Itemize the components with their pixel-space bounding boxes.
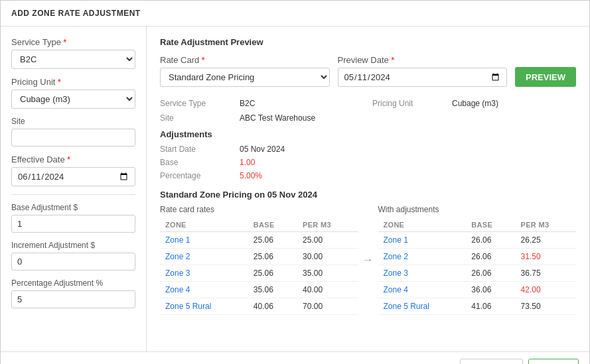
- modal-footer: CANCEL SAVE: [1, 351, 589, 364]
- percentage-adjustment-input[interactable]: [11, 290, 135, 308]
- right-table-row: Zone 4 36.06 42.00: [378, 282, 577, 298]
- start-date-adj-label: Start Date: [160, 143, 240, 155]
- pricing-unit-info-label: Pricing Unit: [372, 97, 452, 109]
- effective-date-input[interactable]: [11, 167, 135, 186]
- right-col-base: BASE: [466, 218, 515, 232]
- right-base-cell: 26.06: [466, 232, 515, 249]
- left-table-row: Zone 4 35.06 40.00: [160, 282, 358, 298]
- preview-date-label: Preview Date *: [338, 55, 508, 65]
- right-rates-table: ZONE BASE PER M3 Zone 1 26.06 26.25 Zone…: [378, 218, 577, 315]
- adjustments-grid: Start Date 05 Nov 2024 Base 1.00 Percent…: [160, 143, 576, 182]
- left-table-row: Zone 3 25.06 35.00: [160, 265, 358, 282]
- site-input[interactable]: [11, 129, 135, 147]
- info-grid: Service Type B2C Pricing Unit Cubage (m3…: [160, 97, 576, 124]
- rate-card-field: Rate Card * Standard Zone Pricing: [160, 55, 330, 87]
- pricing-unit-select[interactable]: Cubage (m3): [11, 90, 135, 109]
- right-col-per-m3: PER M3: [516, 218, 576, 232]
- left-table-subtitle: Rate card rates: [160, 205, 358, 214]
- increment-adjustment-group: Increment Adjustment $: [11, 241, 135, 271]
- right-base-cell: 26.06: [466, 265, 515, 282]
- right-per-m3-cell: 42.00: [516, 282, 576, 298]
- left-zone-cell: Zone 4: [160, 282, 248, 298]
- site-info-label: Site: [160, 112, 240, 124]
- pricing-unit-info-value: Cubage (m3): [452, 97, 552, 109]
- site-group: Site: [11, 117, 135, 147]
- cancel-button[interactable]: CANCEL: [460, 359, 523, 364]
- right-zone-table: With adjustments ZONE BASE PER M3 Zone 1…: [378, 205, 577, 315]
- zone-pricing-title: Standard Zone Pricing on 05 Nov 2024: [160, 190, 576, 200]
- service-type-label: Service Type *: [11, 37, 135, 47]
- pricing-unit-label: Pricing Unit *: [11, 77, 135, 87]
- right-per-m3-cell: 31.50: [516, 249, 576, 265]
- percentage-adj-label: Percentage: [160, 170, 240, 182]
- left-table-row: Zone 1 25.06 25.00: [160, 232, 358, 249]
- rate-card-label: Rate Card *: [160, 55, 330, 65]
- rate-adjustment-preview-title: Rate Adjustment Preview: [160, 37, 576, 47]
- start-date-adj-value: 05 Nov 2024: [240, 143, 372, 155]
- base-adj-label: Base: [160, 156, 240, 168]
- save-button[interactable]: SAVE: [528, 359, 579, 364]
- right-base-cell: 36.06: [466, 282, 515, 298]
- left-base-cell: 40.06: [248, 298, 297, 315]
- left-rates-table: ZONE BASE PER M3 Zone 1 25.06 25.00 Zone…: [160, 218, 358, 315]
- left-base-cell: 25.06: [248, 232, 297, 249]
- modal-container: ADD ZONE RATE ADJUSTMENT Service Type * …: [0, 0, 590, 364]
- right-zone-cell: Zone 4: [378, 282, 467, 298]
- right-panel: Rate Adjustment Preview Rate Card * Stan…: [147, 27, 589, 351]
- right-table-row: Zone 1 26.06 26.25: [378, 232, 577, 249]
- left-col-per-m3: PER M3: [297, 218, 358, 232]
- left-per-m3-cell: 25.00: [297, 232, 358, 249]
- left-base-cell: 25.06: [248, 249, 297, 265]
- left-zone-cell: Zone 2: [160, 249, 248, 265]
- site-info-value: ABC Test Warehouse: [240, 112, 372, 124]
- adjustments-section: Adjustments Start Date 05 Nov 2024 Base …: [160, 129, 576, 182]
- base-adjustment-input[interactable]: [11, 215, 135, 233]
- right-base-cell: 26.06: [466, 249, 515, 265]
- right-table-row: Zone 5 Rural 41.06 73.50: [378, 298, 577, 315]
- right-zone-cell: Zone 1: [378, 232, 467, 249]
- left-zone-table: Rate card rates ZONE BASE PER M3 Zone 1 …: [160, 205, 358, 315]
- modal-body: Service Type * B2C Pricing Unit * Cubage…: [1, 27, 589, 351]
- percentage-adjustment-group: Percentage Adjustment %: [11, 278, 135, 308]
- rate-card-select[interactable]: Standard Zone Pricing: [160, 68, 330, 87]
- left-per-m3-cell: 30.00: [297, 249, 358, 265]
- base-adjustment-group: Base Adjustment $: [11, 203, 135, 233]
- right-table-row: Zone 2 26.06 31.50: [378, 249, 577, 265]
- left-zone-cell: Zone 3: [160, 265, 248, 282]
- left-base-cell: 35.06: [248, 282, 297, 298]
- left-per-m3-cell: 40.00: [297, 282, 358, 298]
- right-zone-cell: Zone 5 Rural: [378, 298, 467, 315]
- preview-button[interactable]: PREVIEW: [515, 67, 576, 87]
- left-col-base: BASE: [248, 218, 297, 232]
- service-type-select[interactable]: B2C: [11, 50, 135, 69]
- left-zone-cell: Zone 5 Rural: [160, 298, 248, 315]
- arrow-icon: →: [358, 254, 378, 266]
- right-per-m3-cell: 26.25: [516, 232, 576, 249]
- site-label: Site: [11, 117, 135, 126]
- preview-date-input[interactable]: [338, 68, 508, 87]
- increment-adjustment-input[interactable]: [11, 253, 135, 271]
- effective-date-group: Effective Date *: [11, 154, 135, 186]
- divider: [11, 194, 135, 195]
- effective-date-label: Effective Date *: [11, 154, 135, 164]
- percentage-adj-value: 5.00%: [240, 170, 372, 182]
- right-base-cell: 41.06: [466, 298, 515, 315]
- percentage-adjustment-label: Percentage Adjustment %: [11, 278, 135, 288]
- tables-wrapper: Rate card rates ZONE BASE PER M3 Zone 1 …: [160, 205, 576, 315]
- service-type-info-label: Service Type: [160, 97, 240, 109]
- left-table-row: Zone 2 25.06 30.00: [160, 249, 358, 265]
- left-base-cell: 25.06: [248, 265, 297, 282]
- left-per-m3-cell: 70.00: [297, 298, 358, 315]
- left-zone-cell: Zone 1: [160, 232, 248, 249]
- left-panel: Service Type * B2C Pricing Unit * Cubage…: [1, 27, 147, 351]
- service-type-group: Service Type * B2C: [11, 37, 135, 69]
- right-per-m3-cell: 73.50: [516, 298, 576, 315]
- preview-date-field: Preview Date *: [338, 55, 508, 87]
- right-per-m3-cell: 36.75: [516, 265, 576, 282]
- rate-card-row: Rate Card * Standard Zone Pricing Previe…: [160, 55, 576, 87]
- increment-adjustment-label: Increment Adjustment $: [11, 241, 135, 250]
- left-per-m3-cell: 35.00: [297, 265, 358, 282]
- right-zone-cell: Zone 3: [378, 265, 467, 282]
- right-col-zone: ZONE: [378, 218, 467, 232]
- left-table-row: Zone 5 Rural 40.06 70.00: [160, 298, 358, 315]
